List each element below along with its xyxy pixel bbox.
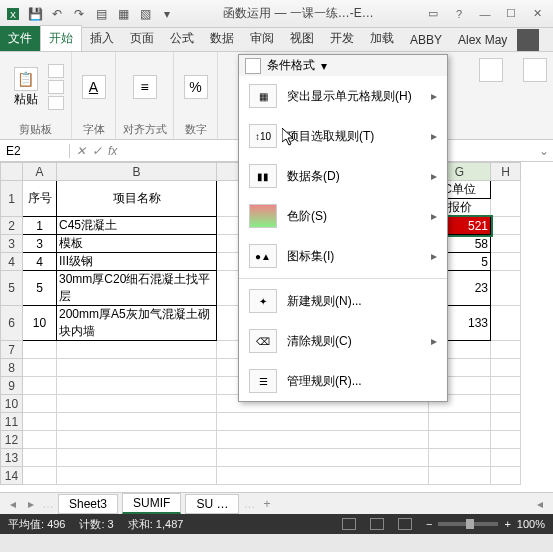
cell[interactable] xyxy=(57,377,217,395)
excel-icon[interactable]: X xyxy=(4,5,22,23)
cell[interactable] xyxy=(491,467,521,485)
cell[interactable] xyxy=(429,449,491,467)
tab-page[interactable]: 页面 xyxy=(122,26,162,51)
cf-clear-rules[interactable]: ⌫ 清除规则(C) ▸ xyxy=(239,321,447,361)
cell[interactable] xyxy=(57,449,217,467)
cut-icon[interactable] xyxy=(48,64,64,78)
cell[interactable]: 项目名称 xyxy=(57,181,217,217)
number-button[interactable]: % xyxy=(178,75,214,99)
format-painter-icon[interactable] xyxy=(48,96,64,110)
tab-nav-next[interactable]: ▸ xyxy=(24,497,38,511)
qat-dropdown-icon[interactable]: ▾ xyxy=(158,5,176,23)
cell[interactable]: 模板 xyxy=(57,235,217,253)
sheet-tab[interactable]: SU … xyxy=(185,494,239,514)
tab-data[interactable]: 数据 xyxy=(202,26,242,51)
cell[interactable]: 序号 xyxy=(23,181,57,217)
cell[interactable]: C45混凝土 xyxy=(57,217,217,235)
row-header[interactable]: 3 xyxy=(1,235,23,253)
cell[interactable] xyxy=(429,431,491,449)
fx-icon[interactable]: fx xyxy=(108,144,117,158)
name-box[interactable]: E2 xyxy=(0,144,70,158)
cell[interactable]: 30mm厚C20细石混凝土找平层 xyxy=(57,271,217,306)
cell[interactable] xyxy=(491,449,521,467)
select-all-triangle[interactable] xyxy=(1,163,23,181)
avatar[interactable] xyxy=(517,29,539,51)
cell[interactable] xyxy=(491,341,521,359)
cell[interactable] xyxy=(57,467,217,485)
cell[interactable] xyxy=(491,359,521,377)
cell[interactable] xyxy=(23,449,57,467)
cf-highlight-rules[interactable]: ▦ 突出显示单元格规则(H) ▸ xyxy=(239,76,447,116)
cell[interactable]: 200mm厚A5灰加气混凝土砌块内墙 xyxy=(57,306,217,341)
cell[interactable]: III级钢 xyxy=(57,253,217,271)
minimize-icon[interactable]: — xyxy=(473,5,497,23)
sheet-tab[interactable]: SUMIF xyxy=(122,493,181,514)
cell[interactable] xyxy=(491,377,521,395)
row-header[interactable]: 7 xyxy=(1,341,23,359)
tab-abby[interactable]: ABBY xyxy=(402,29,450,51)
zoom-slider[interactable] xyxy=(438,522,498,526)
cf-new-rule[interactable]: ✦ 新建规则(N)... xyxy=(239,281,447,321)
scroll-left[interactable]: ◂ xyxy=(533,497,547,511)
tab-file[interactable]: 文件 xyxy=(0,26,40,51)
cell[interactable] xyxy=(23,341,57,359)
cell[interactable]: 10 xyxy=(23,306,57,341)
col-header[interactable]: A xyxy=(23,163,57,181)
help-icon[interactable]: ? xyxy=(447,5,471,23)
row-header[interactable]: 14 xyxy=(1,467,23,485)
cell[interactable] xyxy=(217,467,429,485)
cell[interactable]: 3 xyxy=(23,235,57,253)
enter-icon[interactable]: ✓ xyxy=(92,144,102,158)
tab-home[interactable]: 开始 xyxy=(40,25,82,51)
row-header[interactable]: 6 xyxy=(1,306,23,341)
new-sheet-button[interactable]: + xyxy=(259,497,274,511)
cell[interactable] xyxy=(57,431,217,449)
tab-formulas[interactable]: 公式 xyxy=(162,26,202,51)
cell[interactable] xyxy=(23,395,57,413)
row-header[interactable]: 13 xyxy=(1,449,23,467)
cell[interactable] xyxy=(57,395,217,413)
normal-view-icon[interactable] xyxy=(342,518,356,530)
col-header[interactable]: H xyxy=(491,163,521,181)
undo-icon[interactable]: ↶ xyxy=(48,5,66,23)
expand-formula-bar-icon[interactable]: ⌄ xyxy=(539,144,549,158)
conditional-format-button[interactable]: 条件格式 ▾ xyxy=(239,55,447,76)
row-header[interactable]: 10 xyxy=(1,395,23,413)
align-button[interactable]: ≡ xyxy=(127,75,163,99)
ribbon-options-icon[interactable]: ▭ xyxy=(421,5,445,23)
page-layout-view-icon[interactable] xyxy=(370,518,384,530)
cf-icon-sets[interactable]: ●▲ 图标集(I) ▸ xyxy=(239,236,447,276)
qat-btn[interactable]: ▦ xyxy=(114,5,132,23)
qat-btn[interactable]: ▤ xyxy=(92,5,110,23)
cell[interactable] xyxy=(217,413,429,431)
cf-color-scales[interactable]: 色阶(S) ▸ xyxy=(239,196,447,236)
row-header[interactable]: 11 xyxy=(1,413,23,431)
cancel-icon[interactable]: ✕ xyxy=(76,144,86,158)
cf-data-bars[interactable]: ▮▮ 数据条(D) ▸ xyxy=(239,156,447,196)
cell[interactable]: 5 xyxy=(23,271,57,306)
font-button[interactable]: A xyxy=(76,75,112,99)
row-header[interactable]: 5 xyxy=(1,271,23,306)
cell[interactable] xyxy=(429,413,491,431)
row-header[interactable]: 8 xyxy=(1,359,23,377)
cell[interactable] xyxy=(491,217,521,235)
cell[interactable] xyxy=(491,235,521,253)
tab-view[interactable]: 视图 xyxy=(282,26,322,51)
cell[interactable] xyxy=(23,431,57,449)
tab-dev[interactable]: 开发 xyxy=(322,26,362,51)
cell[interactable]: 4 xyxy=(23,253,57,271)
row-header[interactable]: 2 xyxy=(1,217,23,235)
paste-button[interactable]: 📋 粘贴 xyxy=(8,67,44,108)
cell[interactable] xyxy=(57,341,217,359)
maximize-icon[interactable]: ☐ xyxy=(499,5,523,23)
tab-addins[interactable]: 加载 xyxy=(362,26,402,51)
row-header[interactable]: 4 xyxy=(1,253,23,271)
cell[interactable] xyxy=(491,181,521,217)
tab-user[interactable]: Alex May xyxy=(450,29,515,51)
page-break-view-icon[interactable] xyxy=(398,518,412,530)
cell[interactable] xyxy=(491,395,521,413)
save-icon[interactable]: 💾 xyxy=(26,5,44,23)
cell[interactable] xyxy=(491,306,521,341)
zoom-in-icon[interactable]: + xyxy=(504,518,510,530)
cell[interactable]: 1 xyxy=(23,217,57,235)
